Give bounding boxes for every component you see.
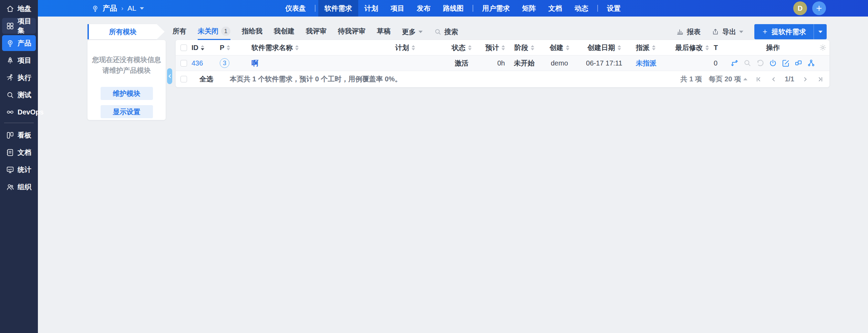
sidebar-item-label: 文档 <box>18 148 31 157</box>
quick-create-button[interactable] <box>812 1 826 15</box>
story-title-link[interactable]: 啊 <box>251 59 258 68</box>
column-label: 预计 <box>485 43 499 52</box>
table-row[interactable]: 436 3 啊 激活 0h 未开始 demo 06-17 17:11 未指派 0 <box>176 55 829 71</box>
chevron-down-icon <box>739 31 743 33</box>
infinity-icon <box>6 108 14 117</box>
maintain-module-button[interactable]: 维护模块 <box>101 87 153 100</box>
assigned-to-link[interactable]: 未指派 <box>636 59 657 68</box>
sidebar-item-kanban[interactable]: 看板 <box>2 127 36 143</box>
select-all-label[interactable]: 全选 <box>199 74 213 84</box>
create-story-main[interactable]: 提软件需求 <box>754 27 814 37</box>
row-checkbox[interactable] <box>180 60 187 67</box>
sort-icon <box>295 45 299 50</box>
column-label: T <box>714 44 718 52</box>
sidebar-item-label: 执行 <box>18 73 31 82</box>
column-title[interactable]: 软件需求名称 <box>251 43 365 52</box>
top-bar: 产品 › AL 仪表盘 软件需求 计划 项目 发布 路线图 用户需求 矩阵 文档… <box>38 0 868 17</box>
recall-action-icon[interactable] <box>755 58 765 68</box>
prev-page-button[interactable] <box>769 75 778 83</box>
story-id-link[interactable]: 436 <box>192 59 203 67</box>
tab-unclosed[interactable]: 未关闭 1 <box>198 23 230 40</box>
next-page-button[interactable] <box>801 75 809 83</box>
panel-collapse-handle[interactable] <box>167 68 172 84</box>
tab-to-review[interactable]: 待我评审 <box>338 23 365 40</box>
column-estimate[interactable]: 预计 <box>478 43 507 52</box>
track-action-icon[interactable] <box>806 58 816 68</box>
tab-assigned-to-me[interactable]: 指给我 <box>242 23 262 40</box>
report-button[interactable]: 报表 <box>676 27 701 37</box>
menu-dashboard[interactable]: 仪表盘 <box>279 0 312 17</box>
menu-settings[interactable]: 设置 <box>601 0 627 17</box>
column-creator[interactable]: 创建 <box>541 43 577 52</box>
subdivide-action-icon[interactable] <box>794 58 803 68</box>
column-id[interactable]: ID <box>192 44 220 52</box>
sidebar-item-execution[interactable]: 执行 <box>2 70 36 85</box>
first-page-icon <box>755 76 762 82</box>
menu-plan[interactable]: 计划 <box>358 0 384 17</box>
column-created-date[interactable]: 创建日期 <box>577 43 631 52</box>
last-page-button[interactable] <box>816 75 825 83</box>
sidebar-item-product[interactable]: 产品 <box>2 35 36 51</box>
menu-release[interactable]: 发布 <box>411 0 437 17</box>
tab-draft[interactable]: 草稿 <box>377 23 391 40</box>
sidebar-item-project[interactable]: 项目 <box>2 52 36 68</box>
more-dropdown[interactable]: 更多 <box>402 27 423 37</box>
column-assigned[interactable]: 指派 <box>631 43 672 52</box>
display-settings-button[interactable]: 显示设置 <box>101 105 153 118</box>
module-switch-button[interactable]: 所有模块 <box>87 24 157 39</box>
column-last-modified[interactable]: 最后修改 <box>672 43 712 52</box>
story-tabs: 所有 未关闭 1 指给我 我创建 我评审 待我评审 草稿 更多 搜索 <box>173 23 458 40</box>
sidebar-item-project-set[interactable]: 项目集 <box>2 18 36 34</box>
column-stage[interactable]: 阶段 <box>507 43 541 52</box>
sidebar-item-docs[interactable]: 文档 <box>2 144 36 160</box>
header-checkbox[interactable] <box>180 44 187 51</box>
plus-icon <box>762 29 768 35</box>
per-page-selector[interactable]: 每页 20 项 <box>709 74 747 84</box>
module-message-line1: 您现在还没有模块信息 <box>87 54 166 65</box>
sidebar-item-devops[interactable]: DevOps <box>2 104 36 120</box>
menu-story[interactable]: 软件需求 <box>318 0 358 17</box>
column-plan[interactable]: 计划 <box>365 43 445 52</box>
column-label: 最后修改 <box>675 43 703 52</box>
sidebar-item-label: 产品 <box>18 39 31 48</box>
sidebar-item-test[interactable]: 测试 <box>2 87 36 103</box>
tab-all[interactable]: 所有 <box>173 23 186 40</box>
column-settings[interactable] <box>816 43 829 52</box>
chevron-left-icon <box>168 74 172 78</box>
column-priority[interactable]: P <box>220 44 251 52</box>
change-action-icon[interactable] <box>730 58 740 68</box>
export-dropdown[interactable]: 导出 <box>712 27 743 37</box>
edit-action-icon[interactable] <box>781 58 790 68</box>
sort-icon <box>412 45 415 50</box>
select-all-checkbox[interactable] <box>180 76 187 82</box>
tab-reviewed-by-me[interactable]: 我评审 <box>306 23 327 40</box>
menu-requirement[interactable]: 用户需求 <box>476 0 516 17</box>
menu-divider <box>597 5 598 12</box>
create-story-dropdown[interactable] <box>814 24 827 39</box>
sidebar-item-organization[interactable]: 组织 <box>2 179 36 195</box>
menu-project[interactable]: 项目 <box>384 0 411 17</box>
search-toggle[interactable]: 搜索 <box>434 27 458 37</box>
priority-badge[interactable]: 3 <box>220 58 229 68</box>
create-story-button[interactable]: 提软件需求 <box>754 24 827 39</box>
story-table: ID P 软件需求名称 计划 状态 预计 阶段 创建 <box>176 40 829 87</box>
chevron-down-icon <box>418 31 423 33</box>
first-page-button[interactable] <box>754 75 763 83</box>
tab-created-by-me[interactable]: 我创建 <box>274 23 294 40</box>
chevron-right-icon <box>802 76 808 82</box>
review-action-icon[interactable] <box>743 58 752 68</box>
menu-dynamic[interactable]: 动态 <box>568 0 595 17</box>
menu-docs[interactable]: 文档 <box>542 0 568 17</box>
menu-matrix[interactable]: 矩阵 <box>516 0 542 17</box>
stage-value: 未开始 <box>514 59 535 68</box>
sidebar-item-stats[interactable]: 统计 <box>2 162 36 178</box>
search-icon <box>434 28 442 36</box>
sidebar-item-home[interactable]: 地盘 <box>2 1 36 17</box>
avatar[interactable]: D <box>793 1 807 15</box>
table-header-row: ID P 软件需求名称 计划 状态 预计 阶段 创建 <box>176 40 829 55</box>
status-badge: 激活 <box>455 59 468 68</box>
menu-roadmap[interactable]: 路线图 <box>437 0 470 17</box>
column-task-count[interactable]: T <box>712 44 730 52</box>
column-status[interactable]: 状态 <box>445 43 478 52</box>
close-action-icon[interactable] <box>768 58 778 68</box>
